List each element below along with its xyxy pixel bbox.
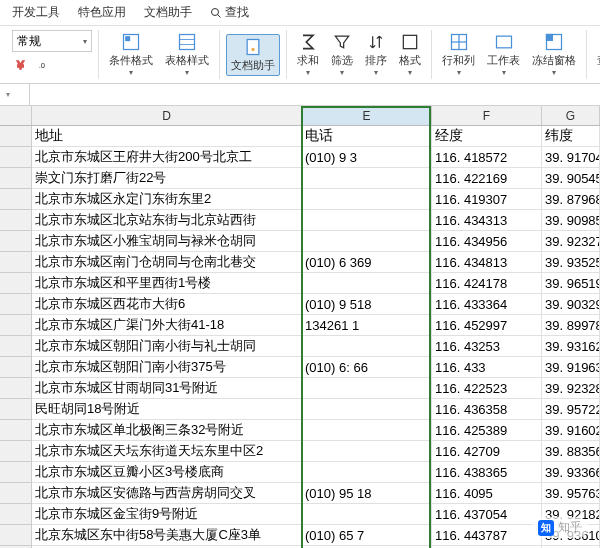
filter-button[interactable]: 筛选▾ xyxy=(327,30,357,79)
cell[interactable]: (010) 6 369 xyxy=(302,252,432,272)
row-header[interactable] xyxy=(0,525,32,546)
row-header[interactable] xyxy=(0,462,32,483)
cell[interactable]: 116. 418572 xyxy=(432,147,542,167)
menu-doc-helper[interactable]: 文档助手 xyxy=(144,4,192,21)
row-header[interactable] xyxy=(0,441,32,462)
cell[interactable] xyxy=(302,273,432,293)
sum-button[interactable]: 求和▾ xyxy=(293,30,323,79)
cell[interactable]: 39. 916025 xyxy=(542,420,600,440)
cell[interactable]: 116. 434313 xyxy=(432,210,542,230)
worksheet-button[interactable]: 工作表▾ xyxy=(483,30,524,79)
cell[interactable]: 39. 935255 xyxy=(542,252,600,272)
cell[interactable]: 116. 452997 xyxy=(432,315,542,335)
row-header[interactable] xyxy=(0,483,32,504)
cell[interactable]: 116. 43253 xyxy=(432,336,542,356)
cell[interactable] xyxy=(302,462,432,482)
cell[interactable]: (010) 6: 66 xyxy=(302,357,432,377)
cell[interactable]: 39. 917046 xyxy=(542,147,600,167)
cell[interactable]: 北京东城区东中街58号美惠大厦C座3单 xyxy=(32,525,302,545)
cond-format-button[interactable]: 条件格式 ▾ xyxy=(105,30,157,79)
cell[interactable]: 39. 95722 xyxy=(542,399,600,419)
cell[interactable]: 116. 437054 xyxy=(432,504,542,524)
row-header[interactable] xyxy=(0,357,32,378)
cell[interactable]: (010) 9 518 xyxy=(302,294,432,314)
cell[interactable]: 116. 433 xyxy=(432,357,542,377)
format-button[interactable]: 格式▾ xyxy=(395,30,425,79)
menu-search[interactable]: 查找 xyxy=(210,4,249,21)
cell[interactable]: 39. 883564 xyxy=(542,441,600,461)
cell[interactable]: 北京市东城区王府井大街200号北京工 xyxy=(32,147,302,167)
row-header[interactable] xyxy=(0,147,32,168)
row-header[interactable] xyxy=(0,126,32,147)
row-header[interactable] xyxy=(0,378,32,399)
cell[interactable] xyxy=(302,336,432,356)
cell[interactable]: 北京市东城区金宝街9号附近 xyxy=(32,504,302,524)
cell[interactable]: 北京市东城区南门仓胡同与仓南北巷交 xyxy=(32,252,302,272)
cell[interactable]: 经度 xyxy=(432,126,542,146)
cell[interactable]: 地址 xyxy=(32,126,302,146)
row-header[interactable] xyxy=(0,504,32,525)
cell[interactable] xyxy=(302,189,432,209)
cell[interactable]: 134261 1 xyxy=(302,315,432,335)
row-header[interactable] xyxy=(0,189,32,210)
cell[interactable]: 北京市东城区永定门东街东里2 xyxy=(32,189,302,209)
decimal-inc-button[interactable]: .0 xyxy=(36,54,58,76)
cell[interactable] xyxy=(302,210,432,230)
cell[interactable]: 39. 933665 xyxy=(542,462,600,482)
cell[interactable]: 39. 931625 xyxy=(542,336,600,356)
col-header-E[interactable]: E xyxy=(302,106,432,125)
cell[interactable]: 116. 434956 xyxy=(432,231,542,251)
col-header-G[interactable]: G xyxy=(542,106,600,125)
cell[interactable]: 116. 424178 xyxy=(432,273,542,293)
row-header[interactable] xyxy=(0,231,32,252)
col-header-F[interactable]: F xyxy=(432,106,542,125)
cell[interactable]: 116. 434813 xyxy=(432,252,542,272)
cell[interactable]: 民旺胡同18号附近 xyxy=(32,399,302,419)
find-button[interactable]: 查找▾ xyxy=(593,30,600,79)
data-area[interactable]: 地址电话经度纬度北京市东城区王府井大街200号北京工(010) 9 3116. … xyxy=(32,126,600,548)
cell[interactable]: 北京市东城区豆瓣小区3号楼底商 xyxy=(32,462,302,482)
cell[interactable]: 北京市东城区天坛东街道天坛东里中区2 xyxy=(32,441,302,461)
row-header[interactable] xyxy=(0,210,32,231)
name-box-dropdown[interactable]: ▾ xyxy=(0,84,30,105)
cell[interactable]: (010) 95 18 xyxy=(302,483,432,503)
cell[interactable]: 116. 438365 xyxy=(432,462,542,482)
cell[interactable] xyxy=(302,378,432,398)
menu-special-apps[interactable]: 特色应用 xyxy=(78,4,126,21)
cell[interactable]: 116. 433364 xyxy=(432,294,542,314)
cell[interactable]: 116. 419307 xyxy=(432,189,542,209)
cell[interactable]: 北京市东城区单北极阁三条32号附近 xyxy=(32,420,302,440)
cell[interactable]: 39. 90329 xyxy=(542,294,600,314)
table-style-button[interactable]: 表格样式 ▾ xyxy=(161,30,213,79)
cell[interactable]: 116. 425389 xyxy=(432,420,542,440)
freeze-button[interactable]: 冻结窗格▾ xyxy=(528,30,580,79)
cell[interactable]: 北京市东城区和平里西街1号楼 xyxy=(32,273,302,293)
cell[interactable]: 崇文门东打磨厂街22号 xyxy=(32,168,302,188)
sort-button[interactable]: 排序▾ xyxy=(361,30,391,79)
cell[interactable]: 电话 xyxy=(302,126,432,146)
cell[interactable] xyxy=(302,231,432,251)
cell[interactable]: 116. 443787 xyxy=(432,525,542,545)
doc-helper-button[interactable]: 文档助手 xyxy=(226,34,280,76)
cell[interactable]: 纬度 xyxy=(542,126,600,146)
cell[interactable]: 39. 899781 xyxy=(542,315,600,335)
cell[interactable]: 116. 422169 xyxy=(432,168,542,188)
cell[interactable]: (010) 9 3 xyxy=(302,147,432,167)
menu-dev-tools[interactable]: 开发工具 xyxy=(12,4,60,21)
cell[interactable]: 116. 436358 xyxy=(432,399,542,419)
cell[interactable]: 39. 919635 xyxy=(542,357,600,377)
row-header[interactable] xyxy=(0,420,32,441)
currency-button[interactable]: ¥ xyxy=(12,54,34,76)
cell[interactable]: 39. 923275 xyxy=(542,231,600,251)
cell[interactable]: 北京市东城区小雅宝胡同与禄米仓胡同 xyxy=(32,231,302,251)
cell[interactable] xyxy=(302,441,432,461)
cell[interactable]: 116. 42709 xyxy=(432,441,542,461)
select-all-corner[interactable] xyxy=(0,106,32,125)
cell[interactable]: 北京市东城区西花市大街6 xyxy=(32,294,302,314)
cell[interactable]: 39. 965193 xyxy=(542,273,600,293)
cell[interactable]: 北京市东城区朝阳门南小街与礼士胡同 xyxy=(32,336,302,356)
cell[interactable] xyxy=(302,420,432,440)
cell[interactable]: 北京市东城区广渠门外大街41-18 xyxy=(32,315,302,335)
cell[interactable]: 116. 4095 xyxy=(432,483,542,503)
row-header[interactable] xyxy=(0,252,32,273)
